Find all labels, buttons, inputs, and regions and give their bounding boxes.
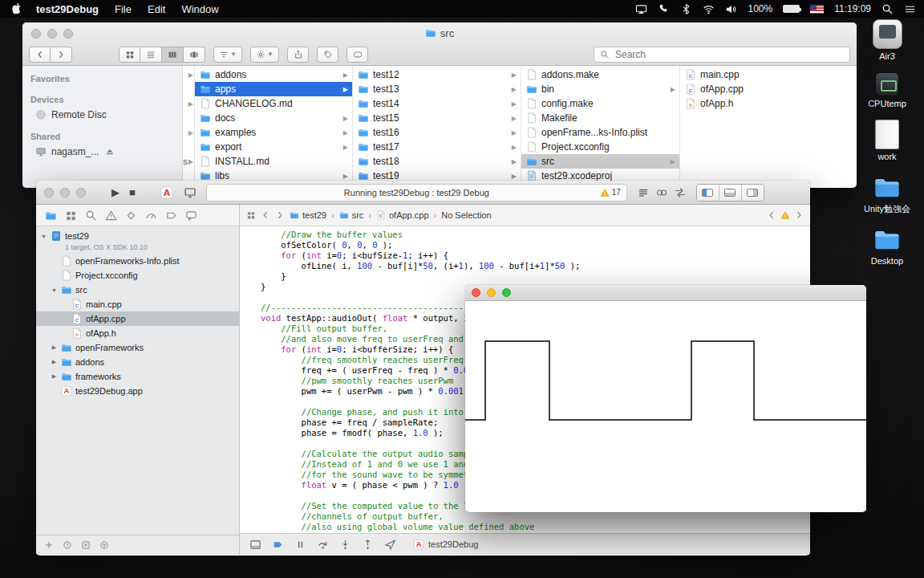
breadcrumb-item[interactable]: src: [339, 210, 364, 220]
close-button[interactable]: [44, 188, 54, 197]
phone-icon[interactable]: [658, 3, 670, 15]
report-navigator-icon[interactable]: [185, 210, 197, 222]
desktop-icon-desktop[interactable]: Desktop: [870, 225, 904, 267]
notification-center-icon[interactable]: [904, 3, 916, 15]
finder-item-test17[interactable]: test17▶: [353, 140, 521, 154]
scheme-app-icon[interactable]: A: [160, 185, 174, 200]
search-input[interactable]: [614, 48, 844, 61]
navigator-item-src[interactable]: ▼src: [36, 283, 239, 297]
run-destination-icon[interactable]: [184, 186, 197, 199]
step-out-icon[interactable]: [362, 539, 374, 551]
test-navigator-icon[interactable]: [125, 210, 137, 222]
stop-button[interactable]: ■: [129, 186, 136, 198]
navigator-item-ofapp-cpp[interactable]: CofApp.cpp: [36, 311, 239, 326]
tags-button[interactable]: [317, 47, 338, 63]
version-editor-icon[interactable]: [674, 186, 687, 199]
disclosure-closed-icon[interactable]: ▶: [51, 344, 58, 351]
run-button[interactable]: ▶: [111, 186, 120, 198]
scm-status-icon[interactable]: [81, 540, 91, 550]
simulate-location-icon[interactable]: [384, 539, 396, 551]
finder-item-examples[interactable]: examples▶: [195, 125, 352, 140]
finder-item-install-md[interactable]: INSTALL.md: [195, 154, 352, 169]
disclosure-closed-icon[interactable]: ▶: [51, 359, 58, 365]
step-over-icon[interactable]: [317, 539, 329, 551]
forward-icon[interactable]: [275, 210, 285, 220]
finder-item-test14[interactable]: test14▶: [353, 96, 521, 111]
next-issue-icon[interactable]: [794, 210, 804, 220]
desktop-icon-cputemp[interactable]: CPUtemp: [868, 72, 906, 109]
app-window-titlebar[interactable]: [465, 285, 866, 301]
issue-navigator-icon[interactable]: [105, 210, 117, 222]
zoom-button[interactable]: [76, 188, 86, 197]
add-icon[interactable]: [44, 540, 54, 550]
finder-item-bin[interactable]: bin▶: [521, 82, 679, 96]
minimize-button[interactable]: [487, 288, 496, 297]
navigator-item-test29[interactable]: ▼test29: [36, 229, 239, 243]
menu-edit[interactable]: Edit: [148, 3, 165, 15]
minimize-button[interactable]: [60, 188, 70, 197]
arrange-button[interactable]: ▼: [213, 47, 242, 63]
hide-debug-area-icon[interactable]: [249, 539, 261, 551]
warning-icon[interactable]: !: [780, 210, 790, 220]
navigator-item-frameworks[interactable]: ▶frameworks: [36, 369, 239, 384]
navigator-toggle-button[interactable]: [697, 185, 719, 201]
edit-tags-button[interactable]: [346, 47, 368, 63]
finder-item-test16[interactable]: test16▶: [353, 125, 521, 140]
disclosure-open-icon[interactable]: ▼: [51, 287, 58, 293]
bluetooth-icon[interactable]: [680, 3, 692, 15]
menu-file[interactable]: File: [115, 3, 132, 15]
sidebar-item-nagasm-[interactable]: nagasm_...: [22, 144, 182, 160]
finder-item-test15[interactable]: test15▶: [353, 111, 521, 125]
debug-navigator-icon[interactable]: [145, 210, 157, 222]
finder-item-apps[interactable]: apps▶: [195, 82, 352, 96]
finder-item-config-make[interactable]: config.make: [521, 96, 679, 111]
navigator-item-project-xcconfig[interactable]: Project.xcconfig: [36, 268, 239, 283]
symbol-navigator-icon[interactable]: [65, 210, 77, 222]
sidebar-item-remote-disc[interactable]: Remote Disc: [22, 107, 182, 123]
breadcrumb-item[interactable]: test29: [290, 210, 326, 220]
breakpoint-navigator-icon[interactable]: [165, 210, 177, 222]
navigator-item-addons[interactable]: ▶addons: [36, 355, 239, 369]
debug-process-label[interactable]: A test29Debug: [413, 539, 478, 550]
warning-badge[interactable]: ! 17: [600, 188, 621, 197]
desktop-icon-work[interactable]: work: [875, 120, 899, 162]
finder-item-test13[interactable]: test13▶: [353, 82, 521, 96]
back-button[interactable]: [29, 47, 51, 63]
input-language-flag-icon[interactable]: [810, 5, 824, 14]
assistant-editor-icon[interactable]: [655, 186, 668, 199]
disclosure-closed-icon[interactable]: ▶: [51, 373, 58, 380]
inspector-toggle-button[interactable]: [741, 185, 764, 201]
finder-item-export[interactable]: export▶: [195, 140, 352, 154]
forward-button[interactable]: [51, 47, 72, 63]
breadcrumb-item[interactable]: CofApp.cpp: [376, 210, 429, 220]
list-view-button[interactable]: [140, 47, 162, 63]
finder-item-openframe-ks-info-plist[interactable]: openFrame...ks-Info.plist: [521, 125, 679, 140]
finder-item-main-cpp[interactable]: Cmain.cpp: [680, 67, 857, 82]
apple-menu-icon[interactable]: [11, 3, 23, 15]
xcode-toolbar[interactable]: ▶ ■ A Running test29Debug : test29 Debug…: [36, 181, 810, 205]
menu-window[interactable]: Window: [181, 3, 218, 15]
battery-icon[interactable]: [783, 5, 800, 13]
finder-item-test12[interactable]: test12▶: [353, 67, 521, 82]
finder-item-ofapp-cpp[interactable]: CofApp.cpp: [680, 82, 857, 96]
navigator-item-main-cpp[interactable]: Cmain.cpp: [36, 297, 239, 311]
action-button[interactable]: ▼: [250, 47, 279, 63]
zoom-button[interactable]: [502, 288, 511, 297]
menu-bar-clock[interactable]: 11:19:09: [834, 3, 871, 14]
finder-item-makefile[interactable]: Makefile: [521, 111, 679, 125]
back-icon[interactable]: [261, 210, 270, 220]
eject-icon[interactable]: [105, 147, 115, 157]
filter-icon[interactable]: [99, 540, 109, 550]
search-field[interactable]: [594, 47, 850, 63]
icon-view-button[interactable]: [119, 47, 140, 63]
standard-editor-icon[interactable]: [637, 186, 650, 199]
previous-issue-icon[interactable]: [767, 210, 776, 220]
coverflow-view-button[interactable]: [184, 47, 205, 63]
active-app-name[interactable]: test29Debug: [36, 3, 99, 15]
finder-titlebar[interactable]: src ▼ ▼: [22, 22, 857, 66]
breakpoints-toggle-icon[interactable]: [272, 539, 284, 551]
navigator-item-openframeworks[interactable]: ▶openFrameworks: [36, 340, 239, 355]
disclosure-open-icon[interactable]: ▼: [40, 234, 47, 239]
related-items-icon[interactable]: [246, 210, 256, 220]
finder-item-ofapp-h[interactable]: hofApp.h: [680, 96, 857, 111]
